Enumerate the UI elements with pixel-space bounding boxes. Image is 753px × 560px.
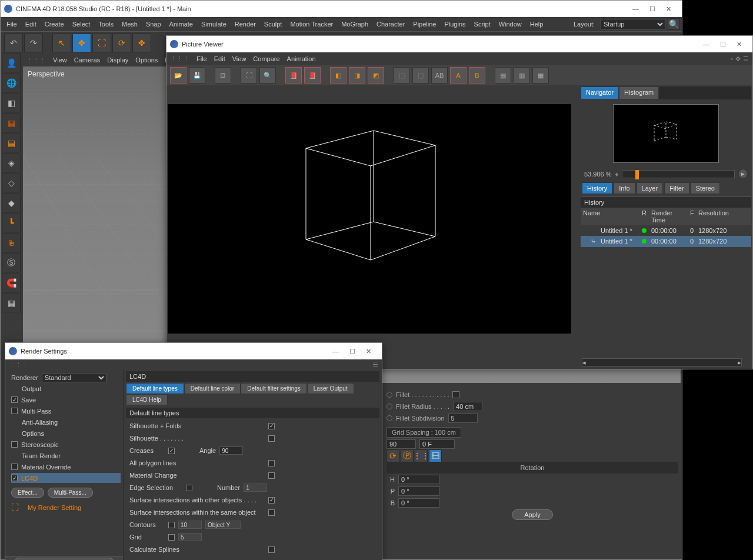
main-titlebar[interactable]: CINEMA 4D R18.058 Studio (RC - R18) - [U… <box>1 1 682 17</box>
zoom-step-icon[interactable]: ▸ <box>738 169 748 179</box>
ab3-icon[interactable]: AB <box>431 67 448 84</box>
history-row[interactable]: ⤷ Untitled 1 * 00:00:00 0 1280x720 <box>581 236 751 247</box>
histogram-tab[interactable]: Histogram <box>619 86 659 99</box>
tab-default-line-types[interactable]: Default line types <box>126 383 184 394</box>
book1-icon[interactable]: 📕 <box>285 67 302 84</box>
menu-sculpt[interactable]: Sculpt <box>261 19 286 29</box>
search-icon[interactable]: 🔍 <box>668 18 679 30</box>
navigator-preview[interactable] <box>613 104 719 163</box>
rot-icon[interactable]: ⟳ <box>387 449 399 462</box>
contours-check[interactable] <box>168 522 175 528</box>
recent-tool[interactable]: ✥ <box>132 34 151 52</box>
rs-maximize-icon[interactable]: ☐ <box>349 348 355 355</box>
multipass-button[interactable]: Multi-Pass... <box>48 488 93 498</box>
layer1-icon[interactable]: ▤ <box>495 67 511 84</box>
rs-footer-button[interactable]: Render Setting... <box>5 556 123 560</box>
allpoly-check[interactable] <box>268 460 275 466</box>
menu-motiontracker[interactable]: Motion Tracker <box>286 19 336 29</box>
silhouette-check[interactable] <box>268 435 275 442</box>
calcsplines-check[interactable] <box>268 546 275 553</box>
undo-button[interactable]: ↶ <box>4 34 23 52</box>
rs-item-lc4d[interactable]: LC4D <box>11 473 121 483</box>
frame-input[interactable] <box>419 439 455 449</box>
book2-icon[interactable]: 📕 <box>304 67 321 84</box>
rs-item-save[interactable]: Save <box>11 395 121 405</box>
menu-window[interactable]: Window <box>495 19 525 29</box>
tab-default-line-color[interactable]: Default line color <box>184 383 241 394</box>
zoom-slider[interactable] <box>622 170 735 178</box>
menu-select[interactable]: Select <box>69 19 94 29</box>
maximize-icon[interactable]: ☐ <box>649 5 655 13</box>
surf-same-check[interactable] <box>268 509 275 516</box>
filter-tab[interactable]: Filter <box>664 182 689 194</box>
menu-create[interactable]: Create <box>41 19 68 29</box>
tab-lc4d-help[interactable]: LC4D Help <box>126 394 168 405</box>
creases-check[interactable] <box>168 448 175 454</box>
rs-item-aa[interactable]: Anti-Aliasing <box>11 417 121 427</box>
rs-item-output[interactable]: Output <box>11 384 121 394</box>
layer2-icon[interactable]: ▥ <box>514 67 530 84</box>
stereo-tab[interactable]: Stereo <box>691 182 720 194</box>
vp-view[interactable]: View <box>53 56 67 64</box>
vp-cameras[interactable]: Cameras <box>74 56 101 64</box>
fillet-check[interactable] <box>452 391 459 398</box>
rotate-tool[interactable]: ⟳ <box>112 34 131 52</box>
save-check[interactable] <box>11 396 18 403</box>
pv-maximize-icon[interactable]: ☐ <box>720 41 726 48</box>
axis-tool[interactable]: ┗ <box>2 214 21 232</box>
rs-close-icon[interactable]: ✕ <box>366 348 371 355</box>
open-icon[interactable]: 📂 <box>170 67 186 84</box>
grid-input[interactable] <box>178 533 202 541</box>
fillet-radius-input[interactable] <box>453 402 482 411</box>
stereo-check[interactable] <box>11 441 18 448</box>
pv-menu-compare[interactable]: Compare <box>253 55 279 62</box>
close-icon[interactable]: ✕ <box>666 5 671 13</box>
matchange-check[interactable] <box>268 472 275 479</box>
menu-snap[interactable]: Snap <box>142 19 165 29</box>
pv-menu-animation[interactable]: Animation <box>287 55 316 62</box>
points-tool[interactable]: ◈ <box>2 154 21 172</box>
history-tab[interactable]: History <box>582 182 612 194</box>
rs-item-stereo[interactable]: Stereoscopic <box>11 439 121 449</box>
layer-tab[interactable]: Layer <box>637 182 664 194</box>
fillet-sub-input[interactable] <box>448 414 478 423</box>
vp-options[interactable]: Options <box>135 56 158 64</box>
zoom-icon[interactable]: 🔍 <box>259 67 276 84</box>
polygons-tool[interactable]: ◆ <box>2 194 21 212</box>
number-input[interactable] <box>244 484 267 492</box>
menu-animate[interactable]: Animate <box>166 19 196 29</box>
menu-render[interactable]: Render <box>231 19 259 29</box>
rs-titlebar[interactable]: Render Settings — ☐ ✕ <box>5 343 382 359</box>
p-input[interactable] <box>398 486 439 496</box>
history-row[interactable]: Untitled 1 * 00:00:00 0 1280x720 <box>581 225 751 236</box>
histogram-icon[interactable]: ⛋ <box>215 67 231 84</box>
pv-dock-icon[interactable]: ▫ <box>731 55 733 63</box>
menu-simulate[interactable]: Simulate <box>198 19 230 29</box>
fit-icon[interactable]: ⛶ <box>241 67 257 84</box>
layout-select[interactable]: Startup <box>601 19 665 29</box>
menu-script[interactable]: Script <box>471 19 494 29</box>
filter2-icon[interactable]: ◨ <box>349 67 365 84</box>
move-tool[interactable]: ✥ <box>72 34 91 52</box>
angle-input[interactable] <box>387 439 416 449</box>
plane-icon[interactable]: ▤ <box>2 134 21 152</box>
menu-edit[interactable]: Edit <box>22 19 40 29</box>
pv-menu-view[interactable]: View <box>232 55 246 62</box>
my-render-setting[interactable]: ⛶ My Render Setting <box>11 502 121 512</box>
vp-display[interactable]: Display <box>107 56 128 64</box>
tab-laser-output[interactable]: Laser Output <box>307 383 354 394</box>
rs-minimize-icon[interactable]: — <box>332 348 339 355</box>
pv-menu-file[interactable]: File <box>196 55 207 62</box>
snap-tool[interactable]: 🧲 <box>2 274 21 292</box>
surf-other-check[interactable] <box>268 497 275 504</box>
filter3-icon[interactable]: ◩ <box>368 67 384 84</box>
history-scrollbar[interactable]: ◂▸ <box>582 358 742 366</box>
live-select-tool[interactable]: ↖ <box>52 34 71 52</box>
minimize-icon[interactable]: — <box>632 5 639 13</box>
checker-icon[interactable]: ▦ <box>2 114 21 132</box>
ab1-icon[interactable]: ⬚ <box>394 67 410 84</box>
rs-item-options[interactable]: Options <box>11 428 121 438</box>
layer3-icon[interactable]: ▦ <box>532 67 549 84</box>
pv-menu-edit[interactable]: Edit <box>214 55 225 62</box>
fillet-sub-radio[interactable] <box>387 415 392 421</box>
